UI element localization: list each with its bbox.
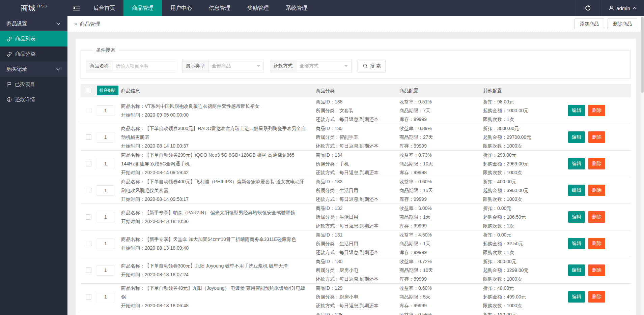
yield-rate: 0.89% [418, 126, 432, 131]
row-checkbox[interactable] [86, 241, 91, 246]
edit-button[interactable]: 编辑 [568, 211, 585, 223]
topnav-item-rewards[interactable]: 奖励管理 [239, 0, 277, 16]
min-buy-amount: 32.50元 [507, 241, 523, 246]
discount: 3000.00元 [497, 126, 519, 131]
product-name: 【下单自动领券3000元】RADO雷达表官方瑞士进口皓星系列陶瓷手表男全自动机械… [121, 126, 306, 140]
flag-icon [7, 82, 12, 87]
goods-name-input[interactable] [112, 60, 176, 72]
topnav-item-dashboard[interactable]: 后台首页 [85, 0, 123, 16]
category-line: 所属分类：厨房小电 [316, 292, 399, 301]
product-name-line: 商品名称：【下单自动领券299元】iQOO Neo3 5G 8GB+128GB … [121, 151, 308, 168]
menu-toggle-icon[interactable] [67, 0, 85, 16]
sort-refresh-button[interactable]: 排序刷新 [97, 86, 118, 95]
row-checkbox[interactable] [86, 108, 91, 113]
edit-button[interactable]: 编辑 [568, 105, 585, 116]
edit-button[interactable]: 编辑 [568, 185, 585, 196]
product-id-line: 商品ID：132 [316, 204, 399, 213]
sidebar-item-goods-category[interactable]: 商品分类 [0, 46, 67, 62]
app-logo[interactable]: 商城 TP5.3 [0, 0, 67, 16]
select-all-checkbox[interactable] [86, 88, 91, 93]
edit-button[interactable]: 编辑 [568, 131, 585, 143]
refresh-button[interactable] [575, 0, 601, 16]
goods-table: 排序刷新 商品信息 商品分类 商品配置 其他配置 商品名称：VT系列中国风旗袍改… [81, 84, 631, 315]
delete-button[interactable]: 删除 [588, 158, 605, 169]
product-name: 【下单自动领券300元】九阳 Joyoung 破壁不用手洗豆浆机 破壁无渣 [145, 263, 288, 269]
sidebar-group-purchase-records[interactable]: 购买记录 [0, 62, 67, 77]
sort-number-input[interactable] [97, 292, 114, 302]
app-title: 商城 [21, 3, 36, 13]
yield-rate: 0.55% [418, 312, 432, 315]
sort-number-input[interactable] [97, 185, 114, 196]
category-line: 所属分类：生活日用 [316, 239, 399, 248]
sidebar-item-goods-list[interactable]: 商品列表 [0, 31, 67, 46]
sidebar-item-invested-projects[interactable]: 已投项目 [0, 77, 67, 92]
yield-rate: 0.72% [418, 259, 432, 264]
row-checkbox[interactable] [86, 294, 91, 300]
edit-button[interactable]: 编辑 [568, 158, 585, 169]
delete-button[interactable]: 删除 [588, 264, 605, 276]
sort-number-input[interactable] [97, 265, 114, 276]
delete-button[interactable]: 删除 [588, 131, 605, 143]
sidebar-item-repayment-detail[interactable]: $ 还款详情 [0, 92, 67, 107]
row-checkbox[interactable] [86, 188, 91, 193]
delete-button[interactable]: 删除 [588, 185, 605, 196]
table-row: 商品名称：【下单自动领券40元】九阳（Joyoung） 电饭煲 家用智能预约米饭… [81, 284, 631, 310]
product-id: 130 [335, 259, 342, 264]
purchase-limit: 1次 [507, 250, 514, 255]
scrollbar-thumb[interactable] [641, 17, 644, 93]
repay-type-select[interactable]: 全部方式 [296, 60, 352, 72]
scrollbar[interactable] [641, 16, 644, 315]
row-checkbox[interactable] [86, 267, 91, 273]
rate-line: 收益率：3.00% [399, 204, 483, 213]
delete-button[interactable]: 删除 [588, 291, 605, 303]
sidebar-group-goods-settings[interactable]: 商品设置 [0, 16, 67, 31]
repay-method: 每日返息,到期还本 [339, 276, 379, 282]
edit-button[interactable]: 编辑 [568, 291, 585, 303]
topnav-item-goods[interactable]: 商品管理 [123, 0, 162, 16]
user-menu[interactable]: admin [601, 0, 644, 16]
row-checkbox[interactable] [86, 214, 91, 220]
topnav-item-users[interactable]: 用户中心 [162, 0, 200, 16]
product-name-line: 商品名称：【下单自动领券400元】飞利浦（PHILIPS）焕新奢宠挚爱套装 送女… [121, 177, 308, 195]
row-checkbox[interactable] [86, 134, 91, 140]
sort-number-input[interactable] [97, 132, 114, 143]
rate-line: 收益率：0.60% [399, 284, 483, 292]
delete-button[interactable]: 删除 [588, 211, 605, 223]
limit-line: 限购次数：1000次 [483, 195, 568, 203]
page-title: 商品管理 [80, 21, 100, 27]
yield-rate: 3.00% [418, 206, 432, 211]
term: 1天 [423, 241, 430, 246]
topnav-item-system[interactable]: 系统管理 [277, 0, 316, 16]
sidebar: 商品设置 商品列表 商品分类 [0, 16, 67, 315]
display-type-select[interactable]: 全部商品 [208, 60, 264, 72]
start-time: 2020-08-13 18:06:48 [145, 303, 189, 308]
product-id: 131 [335, 232, 342, 238]
product-id: 132 [335, 206, 342, 211]
sidebar-group-label: 购买记录 [7, 66, 27, 72]
delete-button[interactable]: 删除 [588, 238, 605, 249]
term-line: 商品期限：1天 [399, 239, 483, 248]
add-goods-button[interactable]: 添加商品 [575, 19, 604, 29]
topnav-item-info[interactable]: 信息管理 [200, 0, 239, 16]
repay-method: 每日返息,到期还本 [339, 303, 379, 308]
header-goods-category: 商品分类 [316, 86, 399, 95]
edit-button[interactable]: 编辑 [568, 264, 585, 276]
edit-button[interactable]: 编辑 [568, 238, 585, 249]
search-button[interactable]: 搜 索 [358, 60, 386, 72]
product-name: 【下单自动领券40元】九阳（Joyoung） 电饭煲 家用智能预约米饭锅4升电饭… [121, 285, 305, 300]
repay-method: 每日返息,到期还本 [339, 143, 379, 149]
row-checkbox[interactable] [86, 161, 91, 166]
yield-rate: 0.51% [418, 99, 432, 104]
term: 1天 [423, 214, 430, 220]
magnifier-icon [363, 63, 368, 69]
sort-number-input[interactable] [97, 159, 114, 169]
delete-goods-button[interactable]: 删除商品 [608, 19, 637, 29]
sort-number-input[interactable] [97, 212, 114, 222]
repay-type-label: 还款方式 [270, 60, 296, 72]
min-buy-line: 起购金额：32.50元 [483, 239, 568, 248]
product-id: 135 [335, 126, 342, 131]
sort-number-input[interactable] [97, 239, 114, 249]
sort-number-input[interactable] [97, 105, 114, 116]
limit-line: 限购次数：1次 [483, 115, 568, 124]
delete-button[interactable]: 删除 [588, 105, 605, 116]
